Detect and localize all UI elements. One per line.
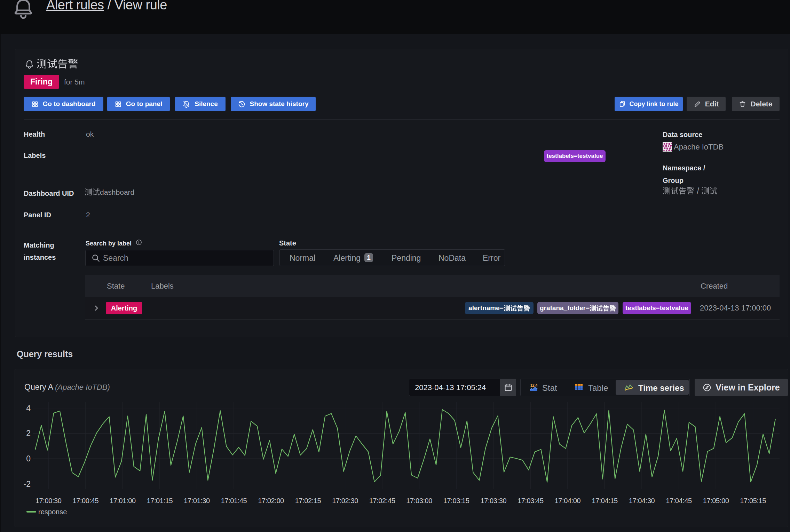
svg-text:17:02:15: 17:02:15: [295, 497, 321, 505]
svg-text:17:00:45: 17:00:45: [72, 497, 98, 505]
svg-text:17:01:30: 17:01:30: [184, 497, 210, 505]
svg-text:17:02:45: 17:02:45: [369, 497, 395, 505]
svg-text:17:01:15: 17:01:15: [147, 497, 173, 505]
svg-text:17:03:15: 17:03:15: [443, 497, 469, 505]
svg-text:17:04:45: 17:04:45: [666, 497, 692, 505]
svg-text:17:03:00: 17:03:00: [406, 497, 432, 505]
svg-text:0: 0: [26, 454, 31, 463]
svg-text:17:02:30: 17:02:30: [332, 497, 358, 505]
svg-text:17:03:30: 17:03:30: [480, 497, 506, 505]
svg-text:17:01:00: 17:01:00: [110, 497, 136, 505]
svg-text:4: 4: [26, 404, 31, 413]
svg-text:17:00:30: 17:00:30: [35, 497, 62, 505]
svg-text:-2: -2: [24, 479, 31, 489]
svg-text:17:01:45: 17:01:45: [221, 497, 247, 505]
svg-text:17:03:45: 17:03:45: [518, 497, 544, 505]
svg-text:17:05:00: 17:05:00: [703, 497, 729, 505]
svg-text:17:05:15: 17:05:15: [740, 497, 766, 505]
svg-text:17:04:15: 17:04:15: [592, 497, 618, 505]
svg-text:17:02:00: 17:02:00: [258, 497, 284, 505]
svg-text:response: response: [38, 508, 67, 516]
svg-text:2: 2: [26, 429, 31, 438]
svg-text:17:04:00: 17:04:00: [555, 497, 581, 505]
svg-text:17:04:30: 17:04:30: [629, 497, 655, 505]
